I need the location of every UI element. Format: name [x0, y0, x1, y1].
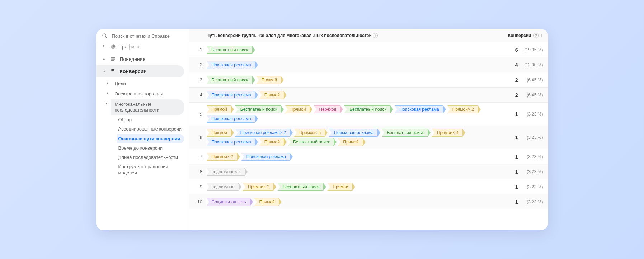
svg-line-1 [105, 37, 107, 38]
row-number: 3. [194, 77, 207, 83]
conversions-percent: (3,23 %) [518, 135, 543, 140]
conversion-path: ПрямойПоисковая реклама × 2Прямой × 5Пои… [207, 128, 489, 147]
channel-tag-organic: Бесплатный поиск [382, 129, 427, 137]
help-icon[interactable]: ? [373, 33, 378, 38]
channel-tag-paid: Поисковая реклама [395, 105, 443, 113]
column-header-conversions[interactable]: Конверсии ? ↓ [471, 33, 543, 38]
subitem-multichannel[interactable]: Многоканальные последовательности [111, 99, 184, 116]
sidebar-item-behavior[interactable]: ▸ Поведение [96, 53, 189, 65]
row-number: 10. [194, 199, 207, 204]
leaf-model-compare[interactable]: Инструмент сравнения моделей [117, 162, 189, 178]
conversions-percent: (3,23 %) [518, 184, 543, 189]
conversions-percent: (3,23 %) [518, 154, 543, 159]
channel-tag-paid: Поисковая реклама [207, 115, 255, 123]
sort-down-icon[interactable]: ↓ [541, 33, 543, 38]
conversions-percent: (3,23 %) [518, 169, 543, 174]
leaf-assisted[interactable]: Ассоциированные конверсии [117, 124, 189, 134]
column-header-conversions-text: Конверсии [508, 33, 531, 38]
svg-point-0 [103, 34, 106, 37]
caret-right-icon: ▸ [103, 57, 106, 61]
table-row: 8.недоступно × 21(3,23 %) [189, 164, 548, 179]
sidebar: ▸ трафика ▸ Поведение ▾ Конверсии Цели Э… [96, 29, 189, 230]
svg-rect-2 [111, 57, 115, 58]
channel-tag-direct: Прямой × 2 [243, 183, 273, 191]
channel-tag-direct: Прямой [257, 76, 281, 84]
flag-icon [110, 68, 116, 75]
leaf-top-paths[interactable]: Основные пути конверсии [117, 134, 184, 143]
conversions-percent: (19,35 %) [518, 47, 543, 52]
app-window: ▸ трафика ▸ Поведение ▾ Конверсии Цели Э… [96, 29, 548, 230]
conversion-path: Бесплатный поискПрямой [207, 75, 489, 85]
conversions-count: 1 [489, 199, 518, 205]
channel-tag-direct: Прямой [338, 138, 362, 146]
conversion-path: недоступноПрямой × 2Бесплатный поискПрям… [207, 182, 489, 192]
channel-tag-unavailable: недоступно [207, 183, 239, 191]
conversions-count: 2 [489, 92, 518, 98]
multiplier: × 2 [280, 130, 286, 135]
multiplier: × 2 [227, 154, 233, 159]
sidebar-item-label: Конверсии [120, 69, 147, 74]
sidebar-item-traffic-sources[interactable]: ▸ трафика [96, 43, 189, 53]
multiplier: × 2 [235, 169, 241, 174]
caret-right-icon: ▸ [103, 44, 106, 47]
channel-tag-paid: Поисковая реклама [207, 61, 255, 69]
channel-tag-referral: Переход [314, 105, 340, 113]
conversions-count: 1 [489, 154, 518, 160]
conversions-count: 6 [489, 47, 518, 53]
sidebar-item-conversions[interactable]: ▾ Конверсии [96, 65, 184, 77]
conversions-percent: (6,45 %) [518, 93, 543, 98]
conversion-path: Бесплатный поиск [207, 45, 489, 55]
leaf-overview[interactable]: Обзор [117, 115, 189, 124]
pie-icon [110, 44, 116, 50]
table-row: 10.Социальная сетьПрямой1(3,23 %) [189, 194, 548, 209]
conversions-count: 1 [489, 169, 518, 175]
sidebar-item-label: Поведение [120, 56, 146, 62]
conversion-path: Поисковая реклама [207, 60, 489, 70]
help-icon[interactable]: ? [533, 33, 539, 38]
conversions-count: 1 [489, 135, 518, 140]
conversions-percent: (3,23 %) [518, 112, 543, 117]
channel-tag-direct: Прямой × 2 [447, 105, 478, 113]
multiplier: × 2 [468, 107, 474, 112]
table-row: 1.Бесплатный поиск6(19,35 %) [189, 42, 548, 57]
table-body: 1.Бесплатный поиск6(19,35 %)2.Поисковая … [189, 42, 548, 209]
svg-rect-3 [111, 59, 115, 60]
conversions-sublist: Цели Электронная торговля Многоканальные… [96, 77, 189, 179]
conversion-path: ПрямойБесплатный поискПрямойПереходБеспл… [207, 105, 489, 123]
table-row: 6.ПрямойПоисковая реклама × 2Прямой × 5П… [189, 126, 548, 149]
leaf-path-length[interactable]: Длина последовательности [117, 153, 189, 162]
channel-tag-direct: Прямой [207, 105, 231, 113]
conversion-path: Социальная сетьПрямой [207, 197, 489, 207]
channel-tag-direct: Прямой [259, 138, 284, 146]
column-header-path[interactable]: Путь конверсии группы каналов для многок… [207, 33, 471, 38]
conversions-count: 4 [489, 62, 518, 68]
channel-tag-paid: Поисковая реклама [207, 91, 255, 99]
conversion-path: недоступно × 2 [207, 167, 489, 176]
multiplier: × 4 [452, 130, 459, 135]
search-input[interactable] [112, 33, 183, 39]
channel-tag-social: Социальная сеть [207, 198, 250, 206]
svg-rect-4 [111, 60, 114, 61]
sidebar-item-label: трафика [120, 44, 140, 50]
row-number: 1. [194, 47, 207, 52]
leaf-time-lag[interactable]: Время до конверсии [117, 143, 189, 153]
conversions-count: 1 [489, 184, 518, 190]
table-header: Путь конверсии группы каналов для многок… [189, 29, 548, 42]
channel-tag-organic: Бесплатный поиск [344, 105, 390, 113]
channel-tag-direct: Прямой [259, 91, 284, 99]
row-number: 2. [194, 62, 207, 67]
caret-down-icon: ▾ [103, 70, 106, 73]
row-number: 9. [194, 184, 207, 189]
table-row: 9.недоступноПрямой × 2Бесплатный поискПр… [189, 179, 548, 194]
search-icon [102, 33, 108, 39]
row-number: 7. [194, 154, 207, 159]
table-row: 7.Прямой × 2Поисковая реклама1(3,23 %) [189, 149, 548, 164]
subitem-ecommerce[interactable]: Электронная торговля [112, 89, 189, 99]
conversions-percent: (3,23 %) [518, 199, 543, 204]
search-row [96, 29, 189, 43]
subitem-goals[interactable]: Цели [112, 79, 189, 89]
channel-tag-direct: Прямой [207, 129, 231, 137]
row-number: 6. [194, 135, 207, 140]
channel-tag-direct: Прямой [254, 198, 279, 206]
conversions-percent: (12,90 %) [518, 62, 543, 67]
